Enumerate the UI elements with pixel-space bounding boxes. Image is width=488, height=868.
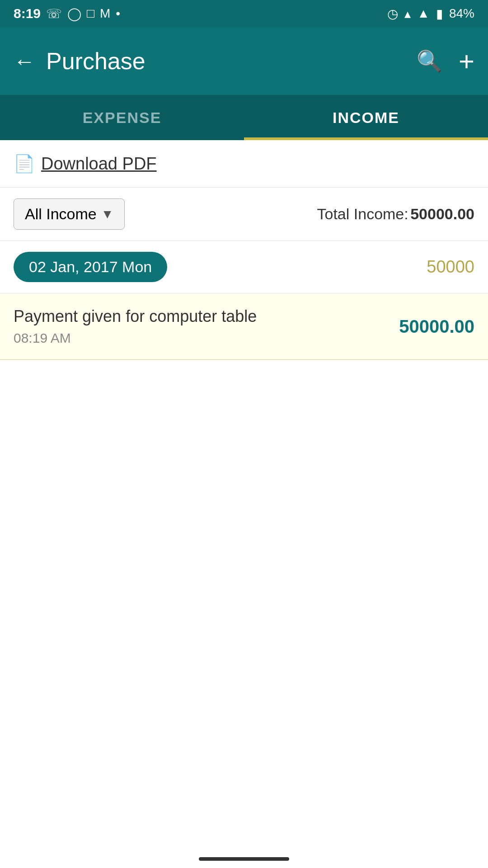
transaction-info: Payment given for computer table 08:19 A… — [14, 307, 399, 346]
page-title: Purchase — [46, 47, 417, 75]
download-pdf-row[interactable]: 📄 Download PDF — [0, 140, 488, 188]
tab-income[interactable]: INCOME — [244, 95, 488, 140]
status-time: 8:19 — [14, 6, 41, 21]
total-income-display: Total Income: 50000.00 — [317, 205, 474, 223]
status-bar: 8:19 ☏ ◯ □ M • ◷ ▴ ▲ ▮ 84% — [0, 0, 488, 27]
transaction-description: Payment given for computer table — [14, 307, 399, 326]
status-bar-right: ◷ ▴ ▲ ▮ 84% — [387, 6, 474, 21]
download-pdf-link[interactable]: Download PDF — [41, 154, 157, 174]
transaction-amount: 50000.00 — [399, 316, 474, 337]
tab-income-label: INCOME — [333, 109, 399, 127]
total-income-value: 50000.00 — [410, 205, 474, 222]
dot-icon: • — [116, 6, 120, 21]
status-bar-left: 8:19 ☏ ◯ □ M • — [14, 6, 120, 21]
content-area: 📄 Download PDF All Income ▼ Total Income… — [0, 140, 488, 360]
all-income-dropdown[interactable]: All Income ▼ — [14, 198, 125, 230]
search-button[interactable]: 🔍 — [417, 49, 442, 73]
signal-icon: ▲ — [417, 6, 430, 21]
chevron-down-icon: ▼ — [101, 207, 114, 222]
date-subtotal: 50000 — [427, 257, 474, 277]
tab-expense[interactable]: EXPENSE — [0, 95, 244, 140]
transaction-row[interactable]: Payment given for computer table 08:19 A… — [0, 293, 488, 360]
tab-bar: EXPENSE INCOME — [0, 95, 488, 140]
battery-icon: ▮ — [436, 6, 443, 21]
filter-row: All Income ▼ Total Income: 50000.00 — [0, 188, 488, 241]
back-button[interactable]: ← — [14, 49, 35, 74]
date-badge: 02 Jan, 2017 Mon — [14, 252, 167, 282]
instagram-icon: □ — [87, 6, 94, 21]
total-income-label: Total Income: — [317, 205, 408, 222]
date-group-row: 02 Jan, 2017 Mon 50000 — [0, 241, 488, 293]
transaction-time: 08:19 AM — [14, 330, 399, 346]
battery-percent: 84% — [449, 6, 474, 21]
add-button[interactable]: + — [459, 46, 474, 77]
medium-icon: M — [100, 6, 110, 21]
home-indicator — [199, 857, 289, 861]
all-income-label: All Income — [25, 205, 97, 223]
pdf-icon: 📄 — [14, 154, 35, 174]
tab-expense-label: EXPENSE — [83, 109, 162, 127]
toolbar: ← Purchase 🔍 + — [0, 27, 488, 95]
whatsapp-icon: ☏ — [46, 6, 62, 21]
toolbar-icons: 🔍 + — [417, 46, 474, 77]
wifi-icon: ▴ — [404, 6, 411, 21]
camera-icon: ◯ — [67, 6, 81, 21]
alarm-icon: ◷ — [387, 6, 398, 21]
